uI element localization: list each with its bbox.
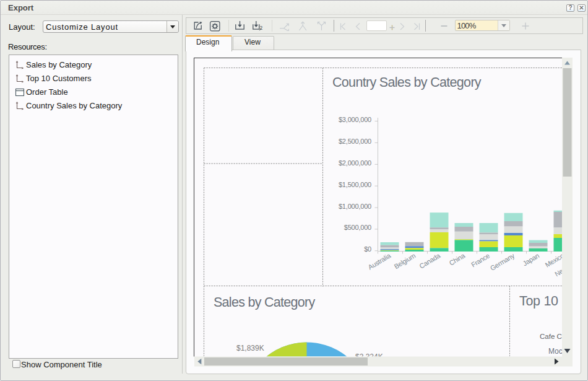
svg-text:Sales by Category: Sales by Category	[214, 295, 315, 310]
svg-text:$2,500,000: $2,500,000	[339, 138, 371, 145]
svg-text:$2,000,000: $2,000,000	[339, 159, 371, 167]
svg-text:$1,000,000: $1,000,000	[339, 203, 371, 210]
svg-text:Cafe Con Leche: Cafe Con Leche	[540, 333, 581, 340]
svg-text:Country Sales by Category: Country Sales by Category	[332, 75, 482, 90]
svg-text:$1,839K: $1,839K	[236, 344, 264, 353]
svg-text:$0: $0	[364, 245, 371, 253]
svg-text:2: 2	[260, 25, 263, 31]
svg-text:$500,000: $500,000	[344, 224, 371, 231]
svg-text:$3,000,000: $3,000,000	[339, 116, 371, 123]
svg-text:$1,500,000: $1,500,000	[339, 181, 371, 188]
